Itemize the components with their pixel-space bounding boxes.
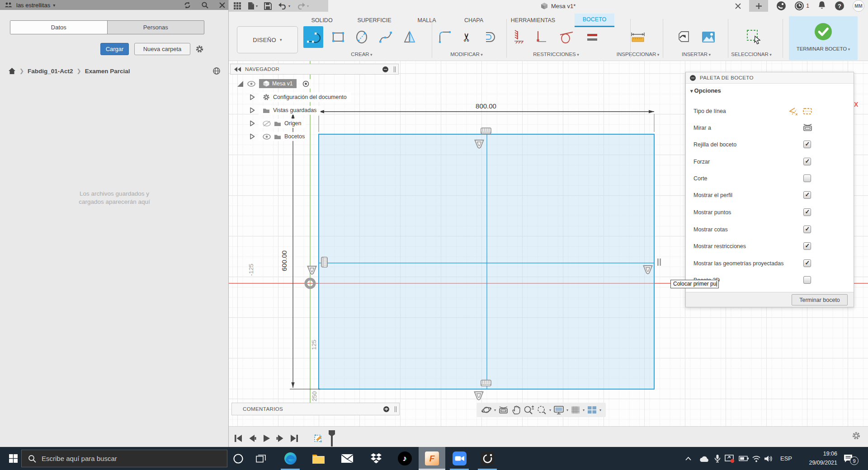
timeline-sketch-feature[interactable] <box>314 432 326 445</box>
new-tab-button[interactable] <box>749 0 768 12</box>
mostrar-cotas-checkbox[interactable] <box>803 226 811 233</box>
visibility-eye-icon[interactable] <box>247 81 255 87</box>
group-label-restricciones[interactable]: RESTRICCIONES <box>533 52 579 60</box>
geometrias-proyectadas-checkbox[interactable] <box>803 259 811 267</box>
look-at-view-icon[interactable] <box>498 405 509 414</box>
tray-language-indicator[interactable]: ESP <box>777 447 796 470</box>
sync-icon[interactable] <box>184 1 191 9</box>
group-label-inspeccionar[interactable]: INSPECCIONAR <box>617 52 660 60</box>
globe-icon[interactable] <box>212 67 221 75</box>
equal-constraint-button[interactable] <box>582 26 602 48</box>
undo-button[interactable]: ▾ <box>278 2 290 9</box>
grid-settings-icon[interactable] <box>571 405 580 414</box>
spline-tool-button[interactable] <box>376 26 396 48</box>
add-comment-icon[interactable] <box>383 406 389 412</box>
job-status-button[interactable]: 1 <box>794 1 809 11</box>
line-tool-button[interactable] <box>303 26 323 48</box>
tab-datos[interactable]: Datos <box>10 21 107 34</box>
step-back-button[interactable] <box>247 433 257 443</box>
go-to-start-button[interactable] <box>233 433 243 443</box>
notifications-bell-icon[interactable] <box>817 1 826 11</box>
tab-chapa[interactable]: CHAPA <box>447 14 501 27</box>
forzar-checkbox[interactable] <box>803 158 811 165</box>
zoom-window-caret-icon[interactable]: ▾ <box>549 408 551 412</box>
breadcrumb-folder[interactable]: Examen Parcial <box>85 68 130 75</box>
taskbar-file-explorer-icon[interactable] <box>307 447 329 470</box>
avatar[interactable]: MM <box>853 0 864 12</box>
taskbar-paint3d-icon[interactable] <box>476 447 498 470</box>
group-label-insertar[interactable]: INSERTAR <box>682 52 711 60</box>
home-icon[interactable] <box>8 67 16 75</box>
search-icon[interactable] <box>201 1 209 9</box>
coincident-constraint-button[interactable] <box>509 26 529 48</box>
display-settings-caret-icon[interactable]: ▾ <box>566 408 568 412</box>
taskbar-dropbox-icon[interactable] <box>365 447 387 470</box>
help-icon[interactable]: ? <box>835 1 844 11</box>
expand-arrow-icon[interactable] <box>250 107 255 113</box>
measure-tool-button[interactable] <box>628 26 648 48</box>
tree-row-doc-settings[interactable]: Configuración del documento <box>250 92 351 103</box>
visibility-eye-icon[interactable] <box>263 134 271 140</box>
insert-tool-button[interactable] <box>674 26 694 48</box>
tray-volume-icon[interactable] <box>761 447 775 470</box>
tray-screen-record-icon[interactable] <box>722 447 737 470</box>
redo-button[interactable]: ▾ <box>297 2 309 9</box>
extensions-icon[interactable] <box>776 1 786 11</box>
display-settings-icon[interactable] <box>553 405 564 415</box>
data-settings-gear-icon[interactable] <box>195 45 204 53</box>
panel-minimize-icon[interactable] <box>382 66 388 72</box>
mostrar-puntos-checkbox[interactable] <box>803 208 811 216</box>
mostrar-restricciones-checkbox[interactable] <box>803 242 811 250</box>
sketch-canvas[interactable]: 800.00 600.00 -125 125 250 <box>229 61 868 426</box>
comments-panel[interactable]: COMENTARIOS <box>231 403 400 415</box>
mostrar-perfil-checkbox[interactable] <box>803 191 811 199</box>
activate-component-radio[interactable] <box>300 79 311 89</box>
tab-boceto[interactable]: BOCETO <box>575 14 614 27</box>
offset-tool-button[interactable] <box>480 26 500 48</box>
trim-tool-button[interactable]: ✂ <box>457 26 476 48</box>
finish-sketch-button[interactable]: TERMINAR BOCETO <box>789 16 858 60</box>
rejilla-checkbox[interactable] <box>803 141 811 148</box>
upload-button[interactable]: Cargar <box>100 43 129 55</box>
dimension-800[interactable]: 800.00 <box>476 102 496 110</box>
tree-row-origin[interactable]: Origen <box>250 118 306 129</box>
tab-superficie[interactable]: SUPERFICIE <box>347 14 401 27</box>
viewports-icon[interactable] <box>587 405 597 414</box>
dimension-600[interactable]: 600.00 <box>280 250 288 271</box>
zoom-icon[interactable] <box>523 405 534 415</box>
insert-image-button[interactable] <box>698 26 718 48</box>
tray-clock[interactable]: 19:06 29/09/2021 <box>797 449 837 467</box>
tree-row-root[interactable]: Mesa v1 <box>236 78 311 89</box>
taskbar-zoom-icon[interactable] <box>448 447 470 470</box>
timeline-settings-gear-icon[interactable] <box>852 431 861 440</box>
linetype-construction-icon[interactable] <box>802 107 812 115</box>
go-to-end-button[interactable] <box>289 433 299 443</box>
tab-malla[interactable]: MALLA <box>400 14 454 27</box>
tree-row-saved-views[interactable]: Vistas guardadas <box>250 105 321 116</box>
palette-section-opciones[interactable]: Opciones <box>690 87 721 94</box>
breadcrumb-project[interactable]: Fabdig_01-Act2 <box>28 68 73 75</box>
tray-onedrive-icon[interactable] <box>696 447 712 470</box>
expand-arrow-icon[interactable] <box>250 133 255 140</box>
visibility-off-eye-icon[interactable] <box>263 121 271 127</box>
taskbar-mail-icon[interactable] <box>336 447 358 470</box>
grid-settings-caret-icon[interactable]: ▾ <box>583 408 585 412</box>
panel-grip-icon[interactable] <box>394 66 396 72</box>
group-label-modificar[interactable]: MODIFICAR <box>450 52 483 60</box>
pan-icon[interactable] <box>511 405 521 415</box>
taskbar-fusion-icon[interactable]: F <box>419 447 445 470</box>
zoom-window-icon[interactable] <box>536 405 547 415</box>
tangent-constraint-button[interactable] <box>557 26 576 48</box>
circle-tool-button[interactable] <box>352 26 372 48</box>
viewports-caret-icon[interactable]: ▾ <box>599 408 601 412</box>
collapse-panel-icon[interactable] <box>234 67 241 72</box>
orbit-icon[interactable] <box>481 405 492 415</box>
linetype-spline-icon[interactable] <box>788 107 797 115</box>
fillet-tool-button[interactable] <box>435 26 455 48</box>
select-tool-button[interactable] <box>744 26 764 48</box>
close-panel-icon[interactable] <box>219 2 226 9</box>
team-name[interactable]: las estrellitas <box>16 2 50 9</box>
corte-checkbox[interactable] <box>803 174 811 182</box>
save-icon[interactable] <box>264 2 272 10</box>
taskbar-tiktok-icon[interactable]: ♪ <box>394 447 415 470</box>
